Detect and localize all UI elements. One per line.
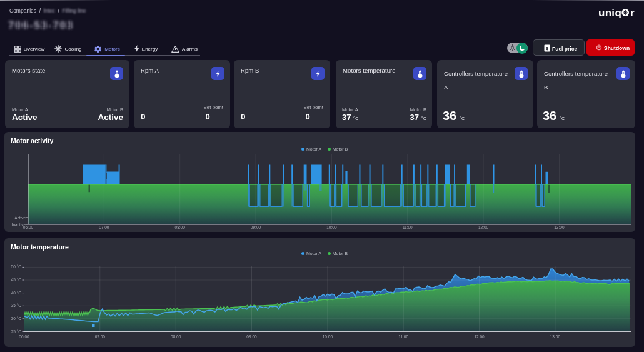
svg-text:11:00: 11:00 [403,225,413,229]
svg-text:06:00: 06:00 [19,334,29,339]
svg-text:uniq: uniq [598,7,621,19]
svg-text:07:00: 07:00 [99,225,109,229]
svg-text:12:00: 12:00 [478,225,489,229]
svg-text:06:00: 06:00 [23,225,34,229]
svg-text:25 °C: 25 °C [11,329,22,334]
svg-text:09:00: 09:00 [251,225,261,229]
svg-text:40 °C: 40 °C [11,291,22,295]
svg-text:13:00: 13:00 [550,334,561,339]
svg-text:10:00: 10:00 [326,225,337,229]
svg-text:13:00: 13:00 [554,225,565,229]
svg-text:08:00: 08:00 [175,225,186,229]
svg-text:30 °C: 30 °C [11,316,22,321]
svg-text:35 °C: 35 °C [11,303,22,308]
svg-text:12:00: 12:00 [474,334,485,339]
svg-text:09:00: 09:00 [246,334,257,339]
svg-text:08:00: 08:00 [171,334,181,339]
svg-text:07:00: 07:00 [95,334,106,339]
svg-text:Active: Active [14,216,26,220]
svg-text:45 °C: 45 °C [11,278,22,282]
svg-text:r: r [630,7,635,19]
svg-text:10:00: 10:00 [323,334,333,339]
svg-text:11:00: 11:00 [398,334,408,339]
svg-text:50 °C: 50 °C [11,264,22,269]
